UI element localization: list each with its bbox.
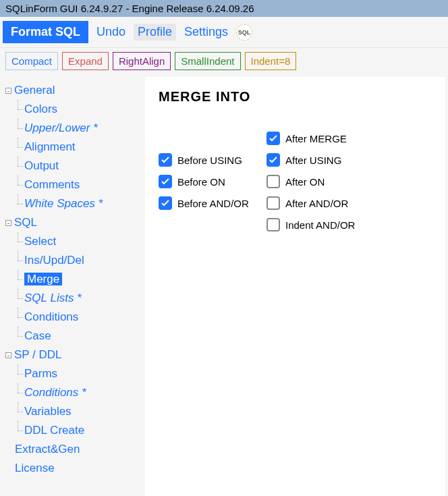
tree-select[interactable]: Select: [24, 235, 56, 248]
tree-sql[interactable]: SQL: [14, 216, 37, 229]
check-label: After USING: [285, 155, 341, 166]
tree-insupddel[interactable]: Ins/Upd/Del: [24, 254, 84, 267]
tree-ddlcreate[interactable]: DDL Create: [24, 424, 84, 437]
tree-conditions[interactable]: Conditions: [24, 310, 78, 323]
check-label: After AND/OR: [285, 198, 348, 209]
check-before-on[interactable]: Before ON: [159, 175, 267, 188]
tree-case[interactable]: Case: [24, 329, 51, 342]
smallindent-button[interactable]: SmallIndent: [175, 52, 240, 70]
check-after-andor[interactable]: After AND/OR: [267, 196, 381, 210]
tree-spddl-conditions[interactable]: Conditions *: [24, 386, 86, 399]
tree-extractgen[interactable]: Extract&Gen: [15, 443, 80, 456]
tree-comments[interactable]: Comments: [24, 178, 80, 191]
check-label: After ON: [285, 176, 325, 188]
check-after-using[interactable]: After USING: [267, 153, 381, 167]
content-panel: MERGE INTO After MERGE Before USING Afte…: [145, 77, 445, 496]
checkbox-icon[interactable]: [267, 196, 280, 210]
collapse-icon[interactable]: -: [5, 88, 11, 94]
tree-license[interactable]: License: [15, 462, 55, 474]
checkbox-icon[interactable]: [159, 175, 172, 188]
format-sql-button[interactable]: Format SQL: [3, 21, 88, 43]
expand-button[interactable]: Expand: [62, 52, 109, 70]
indent8-button[interactable]: Indent=8: [245, 52, 297, 70]
checkbox-icon[interactable]: [159, 153, 172, 167]
window-title: SQLinForm GUI 6.24.9.27 - Engine Release…: [0, 0, 448, 17]
settings-button[interactable]: Settings: [184, 25, 228, 39]
check-before-andor[interactable]: Before AND/OR: [159, 196, 267, 210]
tree-upperlower[interactable]: Upper/Lower *: [24, 121, 98, 134]
profile-button[interactable]: Profile: [134, 24, 176, 40]
checkbox-icon[interactable]: [267, 175, 280, 188]
tree-alignment[interactable]: Alignment: [24, 140, 76, 153]
compact-button[interactable]: Compact: [5, 52, 58, 70]
rightalign-button[interactable]: RightAlign: [113, 52, 171, 70]
tree-spddl[interactable]: SP / DDL: [14, 348, 62, 361]
check-label: Before ON: [177, 176, 225, 188]
checkbox-icon[interactable]: [267, 218, 280, 231]
check-after-merge[interactable]: After MERGE: [267, 132, 381, 145]
collapse-icon[interactable]: -: [5, 352, 11, 358]
collapse-icon[interactable]: -: [5, 220, 11, 226]
checkbox-icon[interactable]: [159, 196, 172, 210]
tree-whitespaces[interactable]: White Spaces *: [24, 197, 103, 210]
checkbox-icon[interactable]: [267, 132, 280, 145]
tree-general[interactable]: General: [14, 84, 55, 97]
sql-logo-icon: SQL: [236, 24, 252, 40]
tree-variables[interactable]: Variables: [24, 405, 72, 418]
nav-tree: -General Colors Upper/Lower * Alignment …: [0, 74, 145, 496]
check-after-on[interactable]: After ON: [267, 175, 381, 188]
tree-output[interactable]: Output: [24, 159, 59, 172]
check-label: After MERGE: [285, 133, 347, 144]
tree-merge[interactable]: Merge: [24, 273, 62, 285]
panel-heading: MERGE INTO: [159, 89, 432, 105]
check-label: Indent AND/OR: [285, 219, 355, 231]
tree-parms[interactable]: Parms: [24, 367, 57, 380]
check-label: Before USING: [177, 155, 242, 166]
check-indent-andor[interactable]: Indent AND/OR: [267, 218, 381, 231]
check-label: Before AND/OR: [177, 198, 249, 209]
tree-sqllists[interactable]: SQL Lists *: [24, 292, 82, 304]
main-toolbar: Format SQL Undo Profile Settings SQL: [0, 17, 448, 48]
undo-button[interactable]: Undo: [96, 25, 125, 39]
format-options-toolbar: Compact Expand RightAlign SmallIndent In…: [0, 48, 448, 74]
tree-colors[interactable]: Colors: [24, 103, 57, 115]
checkbox-icon[interactable]: [267, 153, 280, 167]
check-before-using[interactable]: Before USING: [159, 153, 267, 167]
